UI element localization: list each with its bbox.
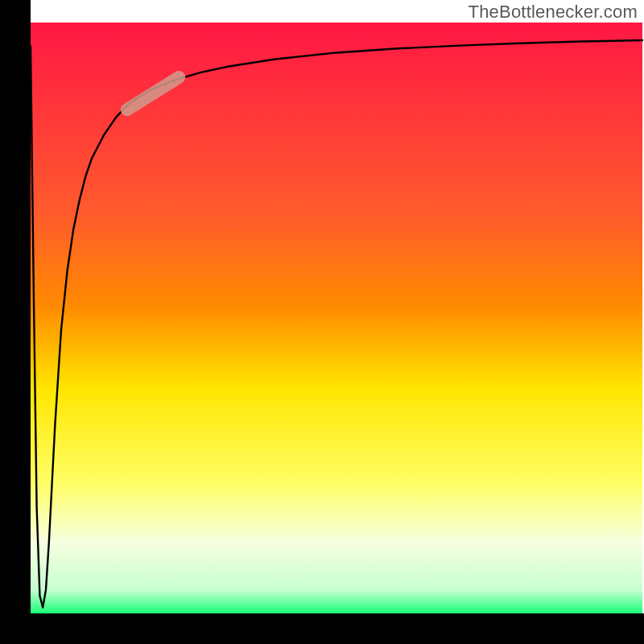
chart-stage: TheBottlenecker.com	[0, 0, 644, 644]
attribution-label: TheBottlenecker.com	[469, 2, 638, 23]
y-axis-bar	[0, 0, 31, 644]
x-axis-bar	[0, 613, 644, 644]
plot-svg	[0, 0, 644, 644]
